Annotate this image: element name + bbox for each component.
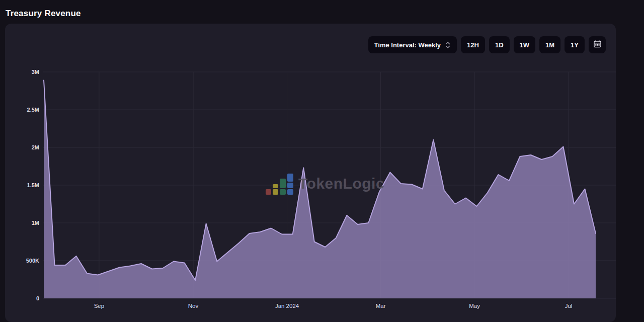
x-tick-label: May xyxy=(469,303,480,309)
y-tick-label: 500K xyxy=(26,258,39,264)
treasury-revenue-chart[interactable]: 0500K1M1.5M2M2.5M3MSepNovJan 2024MarMayJ… xyxy=(20,68,619,319)
x-tick-label: Jul xyxy=(565,303,573,309)
controls-toolbar: Time Interval: Weekly 12H 1D 1W 1M 1Y xyxy=(368,36,606,53)
page-title: Treasury Revenue xyxy=(6,9,81,19)
revenue-area xyxy=(44,80,596,299)
interval-button-1m[interactable]: 1M xyxy=(539,36,560,53)
y-tick-label: 1M xyxy=(32,220,39,226)
x-tick-label: Nov xyxy=(188,303,199,309)
chevron-up-down-icon xyxy=(445,41,451,49)
interval-button-1y[interactable]: 1Y xyxy=(565,36,585,53)
time-interval-dropdown[interactable]: Time Interval: Weekly xyxy=(368,36,457,53)
calendar-icon xyxy=(593,40,602,50)
calendar-button[interactable] xyxy=(589,36,606,53)
y-tick-label: 1.5M xyxy=(27,182,39,188)
x-tick-label: Jan 2024 xyxy=(275,303,299,309)
interval-button-1d[interactable]: 1D xyxy=(489,36,510,53)
time-interval-label: Time Interval: Weekly xyxy=(374,41,441,49)
interval-button-1w[interactable]: 1W xyxy=(514,36,536,53)
x-tick-label: Sep xyxy=(94,303,104,309)
x-tick-label: Mar xyxy=(376,303,386,309)
y-tick-label: 3M xyxy=(32,69,39,75)
y-tick-label: 2M xyxy=(32,144,39,150)
y-tick-label: 2.5M xyxy=(27,107,39,113)
y-tick-label: 0 xyxy=(36,295,39,301)
chart-card: Time Interval: Weekly 12H 1D 1W 1M 1Y xyxy=(5,24,616,322)
interval-button-12h[interactable]: 12H xyxy=(461,36,485,53)
